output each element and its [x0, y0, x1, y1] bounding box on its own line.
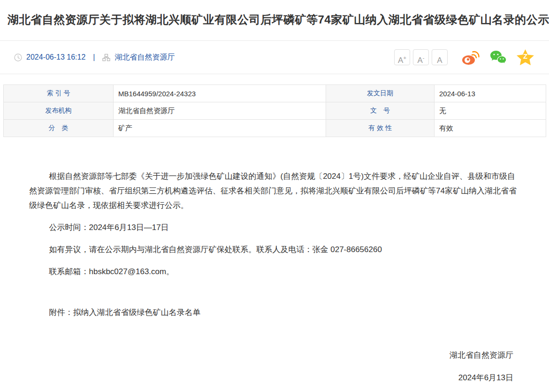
signature-block: 湖北省自然资源厅 2024年6月13日 — [0, 327, 549, 392]
attachment-line: 附件：拟纳入湖北省省级绿色矿山名录名单 — [29, 305, 520, 320]
page-title: 湖北省自然资源厅关于拟将湖北兴顺矿业有限公司后坪磷矿等74家矿山纳入湖北省省级绿… — [0, 0, 549, 41]
meta-label-issue-date: 发文日期 — [326, 85, 435, 102]
font-decrease-button[interactable]: A- — [413, 49, 429, 65]
meta-label-doc-no: 文 号 — [326, 102, 435, 120]
meta-label-category: 分 类 — [4, 120, 114, 137]
signature-date: 2024年6月13日 — [36, 370, 513, 385]
font-reset-button[interactable]: A — [432, 49, 448, 65]
publish-time: 2024-06-13 16:12 — [26, 53, 85, 61]
article-body: 根据自然资源部等七部委《关于进一步加强绿色矿山建设的通知》(自然资规〔2024〕… — [0, 137, 549, 320]
meta-label-validity: 有 效 性 — [326, 120, 435, 137]
paragraph-notice-period: 公示时间：2024年6月13日—17日 — [29, 220, 520, 235]
table-row: 发布机构 湖北省自然资源厅 文 号 无 — [4, 102, 546, 120]
clock-icon — [14, 54, 22, 61]
info-bar: 2024-06-13 16:12 | 湖北省自然资源厅 A+ A- A — [0, 41, 549, 74]
attachment-link[interactable]: 拟纳入湖北省省级绿色矿山名录名单 — [73, 308, 201, 317]
publish-info: 2024-06-13 16:12 | 湖北省自然资源厅 — [14, 53, 175, 62]
weibo-icon[interactable] — [462, 50, 480, 65]
page: 湖北省自然资源厅关于拟将湖北兴顺矿业有限公司后坪磷矿等74家矿山纳入湖北省省级绿… — [0, 0, 549, 392]
meta-value-category: 矿产 — [114, 120, 326, 137]
signature-org: 湖北省自然资源厅 — [36, 348, 513, 362]
meta-value-publisher: 湖北省自然资源厅 — [114, 102, 326, 120]
toolbar: A+ A- A — [391, 49, 534, 65]
meta-value-issue-date: 2024-06-13 — [435, 85, 546, 102]
meta-value-index-no: MB1644959/2024-24323 — [114, 85, 326, 102]
meta-label-index-no: 索 引 号 — [4, 85, 114, 102]
font-increase-button[interactable]: A+ — [394, 49, 410, 65]
qzone-icon[interactable]: Z — [517, 49, 534, 65]
meta-value-doc-no: 无 — [435, 102, 546, 120]
table-row: 分 类 矿产 有 效 性 有效 — [4, 120, 546, 137]
source-icon — [102, 54, 110, 61]
paragraph-contact: 如有异议，请在公示期内与湖北省自然资源厅矿保处联系。联系人及电话：张金 027-… — [29, 242, 520, 257]
table-row: 索 引 号 MB1644959/2024-24323 发文日期 2024-06-… — [4, 85, 546, 102]
paragraph-email: 联系邮箱：hbskbc027@163.com。 — [29, 264, 520, 279]
wechat-icon[interactable] — [490, 50, 506, 65]
svg-text:Z: Z — [523, 52, 527, 60]
meta-label-publisher: 发布机构 — [4, 102, 114, 120]
source-name[interactable]: 湖北省自然资源厅 — [114, 53, 175, 62]
attachment-label: 附件： — [49, 308, 73, 317]
document-meta-table: 索 引 号 MB1644959/2024-24323 发文日期 2024-06-… — [3, 85, 546, 137]
meta-value-validity: 有效 — [435, 120, 546, 137]
paragraph-basis: 根据自然资源部等七部委《关于进一步加强绿色矿山建设的通知》(自然资规〔2024〕… — [29, 169, 520, 213]
divider: | — [93, 53, 95, 61]
